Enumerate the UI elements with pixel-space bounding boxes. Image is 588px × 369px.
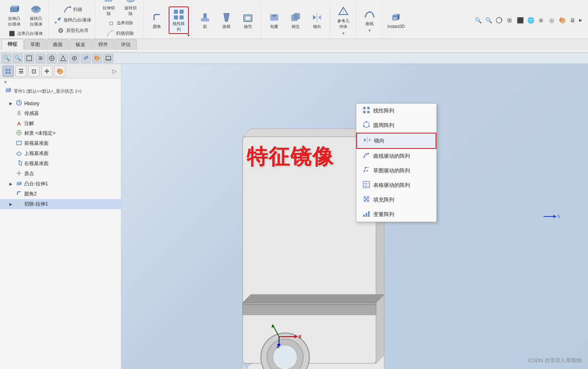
wrap-button[interactable]: 包覆 [264, 10, 284, 30]
shell-button[interactable]: 抽壳 [238, 10, 258, 30]
grid-view-icon[interactable]: ⊞ [505, 15, 514, 25]
sidebar-btn-color[interactable]: 🎨 [54, 66, 66, 77]
loft-button[interactable]: 放样凸台/基体 [52, 15, 93, 25]
boundary-boss-button[interactable]: ⬛ 边界凸台/基体 [6, 29, 44, 38]
sidebar-btn-cross[interactable]: ✛ [41, 66, 53, 77]
menu-linear-pattern[interactable]: 线性阵列 [356, 104, 436, 118]
curves-dropdown[interactable]: ▼ [368, 28, 372, 33]
rotate-icon[interactable] [494, 15, 504, 25]
sidebar-expand-btn[interactable]: ▷ [110, 67, 118, 75]
sweep-cut-button[interactable]: 扫描切除 [105, 29, 135, 38]
fillet-button[interactable]: 圆角 [147, 10, 167, 30]
menu-variable-pattern[interactable]: 变量阵列 [356, 207, 436, 222]
draft-button[interactable]: 拔模 [216, 10, 237, 30]
tree-item-front-plane[interactable]: 前视基准面 [0, 138, 121, 148]
tab-sheet-metal[interactable]: 钣金 [70, 39, 91, 50]
zoom-icon[interactable]: 🔍 [473, 15, 483, 25]
sweep-button[interactable]: 扫描 [62, 5, 83, 15]
loft-label: 放样凸台/基体 [63, 17, 91, 23]
lighting-icon[interactable]: 🎨 [557, 15, 567, 25]
sidebar-btn-box[interactable]: ⊡ [28, 66, 40, 77]
reference-geometry-button[interactable]: 参考几 何体 [333, 4, 353, 30]
tree-item-origin[interactable]: 原点 [0, 169, 121, 179]
extrude-cut-button[interactable]: 拉伸切 除 [99, 0, 119, 17]
menu-curve-pattern[interactable]: 曲线驱动的阵列 [356, 149, 436, 163]
view-more-arrow[interactable]: ▶ [578, 18, 583, 22]
sweep-icon [63, 5, 72, 14]
main-area: ☰ ⊡ ✛ 🎨 ▷ ▼ 零件1 (默认<<默认>_显示状态 1>) [0, 64, 588, 369]
sidebar-btn-grid[interactable] [2, 66, 14, 77]
variable-pattern-menu-icon [362, 210, 371, 219]
svg-rect-15 [174, 15, 178, 19]
revolve-cut-button[interactable]: 旋转切 除 [121, 0, 141, 17]
shell-icon [241, 11, 254, 24]
svg-rect-94 [363, 107, 366, 109]
rib-label: 筋 [203, 24, 207, 30]
sensors-icon [15, 110, 23, 117]
tab-surface[interactable]: 曲面 [47, 39, 69, 50]
revolve-cut-icon [124, 0, 137, 5]
extrude-boss-button[interactable]: 拉伸凸 台/基体 [4, 2, 24, 28]
intersect-label: 相交 [292, 24, 300, 30]
tree-root-item[interactable]: 零件1 (默认<<默认>_显示状态 1>) [0, 86, 121, 97]
menu-sketch-pattern[interactable]: 草图驱动的阵列 [356, 163, 436, 178]
menu-circular-pattern[interactable]: 圆周阵列 [356, 118, 436, 133]
tree-item-right-plane[interactable]: 右视基准面 [0, 159, 121, 169]
tree-item-annotations[interactable]: A 注解 [0, 119, 121, 128]
pan-icon[interactable]: 🔍 [484, 15, 493, 25]
boundary-cut-button[interactable]: ◻ 边界切除 [106, 18, 134, 28]
svg-rect-123 [368, 211, 370, 217]
revolve-boss-button[interactable]: 旋转凸 台/基体 [26, 2, 46, 28]
svg-point-105 [364, 156, 365, 158]
intersect-button[interactable]: 相交 [286, 10, 306, 30]
view-btn-8[interactable] [81, 54, 91, 63]
toolbar-group-extrude: 拉伸凸 台/基体 旋转凸 台/基体 ⬛ 边界凸台/基体 [2, 2, 49, 38]
linear-pattern-button[interactable]: 线性阵 列 [169, 6, 189, 34]
svg-point-119 [367, 200, 369, 201]
pattern-dropdown-arrow[interactable]: ▼ [186, 33, 190, 38]
rib-button[interactable]: 筋 [195, 10, 215, 30]
tree-item-fillet2[interactable]: 圆角2 [0, 189, 121, 199]
toolbar-group-rib: 筋 拔模 [192, 2, 261, 38]
menu-mirror[interactable]: 镜向 [356, 133, 436, 149]
mirror-feature-button[interactable]: 镜向 [307, 10, 327, 30]
box-view-icon[interactable]: ⬛ [515, 15, 525, 25]
tree-item-history[interactable]: ▶ History [0, 98, 121, 108]
fillet-icon [150, 11, 163, 24]
tab-weldment[interactable]: 焊件 [92, 39, 114, 50]
view-btn-3[interactable] [24, 54, 34, 63]
view-btn-4[interactable]: ⊞ [36, 54, 45, 63]
menu-table-pattern[interactable]: 表格驱动的阵列 [356, 178, 436, 193]
tab-evaluate[interactable]: 评估 [115, 39, 137, 50]
tab-features[interactable]: 特征 [2, 39, 23, 50]
tree-item-material[interactable]: 材质 <未指定> [0, 128, 121, 138]
tab-sketch[interactable]: 草图 [24, 39, 46, 50]
menu-linear-pattern-label: 线性阵列 [373, 107, 394, 115]
monitor-icon[interactable]: 🖥 [568, 15, 577, 25]
view-btn-2[interactable]: 🔍 [13, 54, 23, 63]
svg-rect-97 [367, 111, 370, 113]
instant3d-button[interactable]: 3D Instant3D [386, 11, 406, 30]
menu-fill-pattern[interactable]: 填充阵列 [356, 193, 436, 207]
display-icon[interactable]: ◎ [547, 15, 556, 25]
tree-item-top-plane[interactable]: 上视基准面 [0, 148, 121, 159]
reference-geometry-dropdown[interactable]: ▼ [341, 31, 345, 36]
globe-icon[interactable]: 🌐 [526, 15, 535, 25]
hole-wizard-button[interactable]: ⚙ 异型孔向导 [55, 26, 90, 36]
tree-item-boss-extrude1[interactable]: ▶ 凸台-拉伸1 [0, 179, 121, 189]
sidebar-filter-row: ▼ [0, 78, 121, 86]
viewport[interactable]: 特征镜像 X [121, 64, 588, 369]
view-btn-10[interactable] [104, 54, 113, 63]
view-btn-9[interactable]: 🎨 [92, 54, 102, 63]
tree-item-history-label: History [24, 101, 118, 106]
tree-item-cut-extrude1[interactable]: ▶ 切除-拉伸1 [0, 199, 121, 209]
view-btn-6[interactable] [58, 54, 68, 63]
section-icon[interactable]: ⊕ [536, 15, 546, 25]
draft-label: 拔模 [222, 24, 231, 30]
view-btn-7[interactable] [70, 54, 79, 63]
view-btn-1[interactable]: 🔍 [2, 54, 11, 63]
curves-button[interactable]: 曲线 [360, 7, 380, 28]
sidebar-btn-list[interactable]: ☰ [15, 66, 27, 77]
view-btn-5[interactable] [47, 54, 57, 63]
tree-item-sensors[interactable]: 传感器 [0, 108, 121, 119]
